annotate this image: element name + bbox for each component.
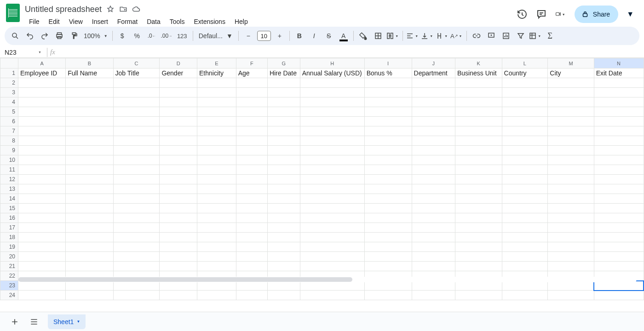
cell-K16[interactable] (455, 213, 502, 223)
cell-I2[interactable] (364, 78, 412, 88)
menu-extensions[interactable]: Extensions (190, 17, 229, 26)
cell-N21[interactable] (594, 262, 644, 271)
bold-icon[interactable]: B (293, 29, 306, 43)
cell-K9[interactable] (455, 146, 502, 155)
cell-E6[interactable] (197, 117, 236, 126)
cell-G9[interactable] (267, 146, 300, 155)
italic-icon[interactable]: I (307, 29, 321, 43)
cell-H12[interactable] (300, 175, 364, 184)
cell-C1[interactable]: Job Title (113, 68, 160, 78)
column-header-A[interactable]: A (18, 58, 65, 68)
cell-A21[interactable] (18, 262, 65, 271)
cell-L16[interactable] (502, 213, 548, 223)
cell-H7[interactable] (300, 126, 364, 136)
formula-input[interactable] (59, 47, 644, 57)
cell-F6[interactable] (236, 117, 267, 126)
cell-G13[interactable] (267, 184, 300, 194)
decrease-decimal-icon[interactable]: .0← (145, 29, 159, 43)
fill-color-icon[interactable] (356, 29, 370, 43)
cell-L24[interactable] (502, 291, 548, 300)
row-header-21[interactable]: 21 (0, 262, 18, 271)
column-header-I[interactable]: I (364, 58, 412, 68)
cell-L11[interactable] (502, 165, 548, 175)
format-123[interactable]: 123 (174, 29, 190, 43)
cell-I11[interactable] (364, 165, 412, 175)
column-header-J[interactable]: J (412, 58, 455, 68)
cell-H18[interactable] (300, 233, 364, 242)
cell-N14[interactable] (594, 194, 644, 204)
row-header-10[interactable]: 10 (0, 155, 18, 165)
undo-icon[interactable] (23, 29, 37, 43)
column-header-H[interactable]: H (300, 58, 364, 68)
cell-M24[interactable] (548, 291, 594, 300)
cell-M17[interactable] (548, 223, 594, 233)
cell-E11[interactable] (197, 165, 236, 175)
cell-E4[interactable] (197, 97, 236, 107)
cell-C21[interactable] (113, 262, 160, 271)
cell-L19[interactable] (502, 242, 548, 252)
cell-N2[interactable] (594, 78, 644, 88)
cell-I3[interactable] (364, 88, 412, 97)
cell-G14[interactable] (267, 194, 300, 204)
cell-N11[interactable] (594, 165, 644, 175)
cell-I20[interactable] (364, 252, 412, 262)
cell-N5[interactable] (594, 107, 644, 117)
chevron-down-icon[interactable]: ▼ (561, 13, 566, 16)
cell-J19[interactable] (412, 242, 455, 252)
column-header-B[interactable]: B (66, 58, 113, 68)
search-icon[interactable] (8, 29, 22, 43)
cell-A4[interactable] (18, 97, 65, 107)
horizontal-scrollbar[interactable] (18, 276, 637, 283)
cell-C7[interactable] (113, 126, 160, 136)
row-header-2[interactable]: 2 (0, 78, 18, 88)
column-header-K[interactable]: K (455, 58, 502, 68)
row-header-9[interactable]: 9 (0, 146, 18, 155)
cell-H6[interactable] (300, 117, 364, 126)
cell-B15[interactable] (66, 204, 113, 213)
cell-J2[interactable] (412, 78, 455, 88)
cell-H3[interactable] (300, 88, 364, 97)
cell-M19[interactable] (548, 242, 594, 252)
cell-E21[interactable] (197, 262, 236, 271)
cell-C20[interactable] (113, 252, 160, 262)
cell-L20[interactable] (502, 252, 548, 262)
cell-L12[interactable] (502, 175, 548, 184)
cell-G10[interactable] (267, 155, 300, 165)
cell-K2[interactable] (455, 78, 502, 88)
cell-B20[interactable] (66, 252, 113, 262)
cell-I9[interactable] (364, 146, 412, 155)
row-header-22[interactable]: 22 (0, 271, 18, 281)
cell-L3[interactable] (502, 88, 548, 97)
add-sheet-icon[interactable] (9, 316, 20, 327)
row-header-8[interactable]: 8 (0, 136, 18, 146)
merge-cells-icon[interactable]: ▼ (386, 29, 400, 43)
percent-icon[interactable]: % (130, 29, 144, 43)
cell-A14[interactable] (18, 194, 65, 204)
cell-I7[interactable] (364, 126, 412, 136)
share-dropdown[interactable]: ▼ (624, 6, 637, 22)
sheet-tab[interactable]: Sheet1 ▼ (48, 314, 86, 329)
cell-A7[interactable] (18, 126, 65, 136)
cell-C14[interactable] (113, 194, 160, 204)
cell-K19[interactable] (455, 242, 502, 252)
cell-E2[interactable] (197, 78, 236, 88)
menu-tools[interactable]: Tools (166, 17, 189, 26)
cell-L7[interactable] (502, 126, 548, 136)
cell-B7[interactable] (66, 126, 113, 136)
row-header-12[interactable]: 12 (0, 175, 18, 184)
meet-icon[interactable]: ▼ (555, 9, 566, 20)
cell-F3[interactable] (236, 88, 267, 97)
cell-C10[interactable] (113, 155, 160, 165)
cell-B13[interactable] (66, 184, 113, 194)
cell-J15[interactable] (412, 204, 455, 213)
cell-L14[interactable] (502, 194, 548, 204)
cell-H15[interactable] (300, 204, 364, 213)
cell-G20[interactable] (267, 252, 300, 262)
cell-I21[interactable] (364, 262, 412, 271)
cell-F4[interactable] (236, 97, 267, 107)
cell-K8[interactable] (455, 136, 502, 146)
cell-H1[interactable]: Annual Salary (USD) (300, 68, 364, 78)
cell-F14[interactable] (236, 194, 267, 204)
cell-D15[interactable] (160, 204, 197, 213)
cell-N12[interactable] (594, 175, 644, 184)
